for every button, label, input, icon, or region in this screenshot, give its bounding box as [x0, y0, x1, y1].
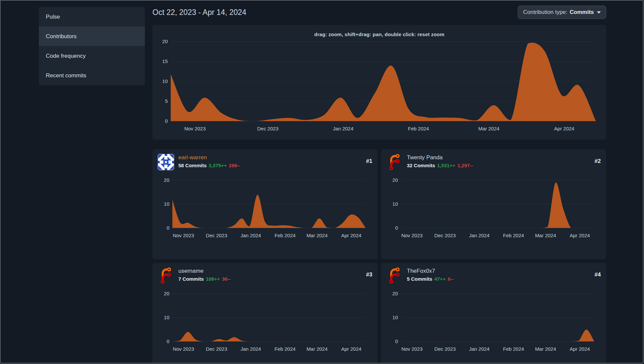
svg-text:Apr 2024: Apr 2024 [570, 346, 590, 352]
svg-text:Dec 2023: Dec 2023 [257, 126, 278, 131]
svg-text:Mar 2024: Mar 2024 [535, 346, 556, 352]
contributor-chart[interactable]: 01020Nov 2023Dec 2023Jan 2024Feb 2024Mar… [386, 289, 601, 356]
contribution-type-value: Commits [570, 9, 594, 16]
svg-text:Feb 2024: Feb 2024 [408, 126, 429, 131]
contributor-card: earl-warren 58 Commits3,375++286-- #1 01… [152, 149, 378, 259]
deletions-count: 1,297-- [457, 163, 473, 168]
contributor-stats: 5 Commits47++6-- [407, 276, 590, 282]
svg-text:0: 0 [167, 338, 169, 344]
chevron-down-icon [597, 11, 601, 14]
contribution-type-dropdown[interactable]: Contribution type: Commits [518, 6, 606, 19]
svg-text:20: 20 [164, 291, 169, 296]
deletions-count: 6-- [448, 276, 454, 282]
contribution-type-label: Contribution type: [523, 9, 567, 16]
svg-text:10: 10 [392, 201, 398, 207]
additions-count: 47++ [434, 276, 446, 282]
contributor-info: TheFox0x7 5 Commits47++6-- [407, 267, 590, 282]
svg-text:Jan 2024: Jan 2024 [469, 346, 490, 352]
svg-text:0: 0 [165, 118, 168, 124]
svg-text:Feb 2024: Feb 2024 [274, 233, 295, 238]
contributor-name: Twenty Panda [407, 154, 443, 161]
app-window: Pulse Contributors Code frequency Recent… [0, 0, 643, 363]
contributor-chart[interactable]: 01020Nov 2023Dec 2023Jan 2024Feb 2024Mar… [158, 176, 372, 243]
contributor-header: username 7 Commits108++36-- #3 [158, 267, 372, 284]
svg-text:0: 0 [395, 225, 398, 231]
contributor-stats: 58 Commits3,375++286-- [178, 163, 362, 168]
svg-text:20: 20 [392, 291, 398, 296]
additions-count: 108++ [206, 276, 220, 282]
overall-commits-card: drag: zoom, shift+drag: pan, double clic… [152, 25, 606, 140]
svg-text:Dec 2023: Dec 2023 [434, 346, 456, 352]
deletions-count: 36-- [222, 276, 231, 282]
svg-text:0: 0 [395, 338, 398, 344]
svg-text:Jan 2024: Jan 2024 [469, 233, 490, 238]
svg-text:Nov 2023: Nov 2023 [184, 126, 206, 131]
additions-count: 1,531++ [437, 163, 455, 168]
svg-text:Jan 2024: Jan 2024 [240, 346, 261, 352]
svg-text:15: 15 [162, 58, 168, 64]
sidebar-item-pulse[interactable]: Pulse [39, 7, 145, 27]
svg-text:5: 5 [165, 98, 168, 104]
forgejo-logo-avatar [386, 267, 403, 284]
contributor-info: username 7 Commits108++36-- [178, 267, 362, 282]
svg-text:Apr 2024: Apr 2024 [554, 126, 574, 131]
svg-text:10: 10 [164, 315, 169, 320]
contributor-chart[interactable]: 01020Nov 2023Dec 2023Jan 2024Feb 2024Mar… [386, 176, 601, 243]
svg-text:Jan 2024: Jan 2024 [240, 233, 261, 238]
svg-text:Feb 2024: Feb 2024 [503, 233, 524, 238]
svg-text:Feb 2024: Feb 2024 [503, 346, 524, 352]
svg-text:Nov 2023: Nov 2023 [401, 233, 422, 238]
main-content: Oct 22, 2023 - Apr 14, 2024 Contribution… [152, 0, 606, 363]
contributor-name-link[interactable]: earl-warren [178, 154, 207, 161]
svg-text:10: 10 [392, 315, 398, 320]
svg-text:Mar 2024: Mar 2024 [307, 346, 327, 352]
commit-count: 5 Commits [407, 276, 432, 282]
contributor-card: TheFox0x7 5 Commits47++6-- #4 01020Nov 2… [381, 263, 606, 363]
svg-text:0: 0 [167, 225, 169, 231]
svg-text:Feb 2024: Feb 2024 [274, 346, 295, 352]
svg-text:Mar 2024: Mar 2024 [478, 126, 499, 131]
sidebar-item-contributors[interactable]: Contributors [39, 27, 145, 46]
additions-count: 3,375++ [209, 163, 227, 168]
contributor-info: earl-warren 58 Commits3,375++286-- [178, 154, 362, 168]
svg-text:Dec 2023: Dec 2023 [206, 346, 227, 352]
contributor-cards-grid: earl-warren 58 Commits3,375++286-- #1 01… [152, 149, 606, 363]
svg-text:Mar 2024: Mar 2024 [535, 233, 556, 238]
svg-text:10: 10 [164, 201, 169, 207]
content-header: Oct 22, 2023 - Apr 14, 2024 Contribution… [152, 5, 606, 20]
sidebar-item-recent-commits[interactable]: Recent commits [39, 66, 145, 85]
svg-text:Mar 2024: Mar 2024 [307, 233, 327, 238]
svg-text:20: 20 [162, 38, 168, 44]
svg-text:20: 20 [392, 177, 398, 183]
svg-text:20: 20 [164, 177, 169, 183]
avatar [158, 154, 174, 170]
rank-badge: #2 [595, 154, 601, 165]
svg-text:Jan 2024: Jan 2024 [333, 126, 353, 131]
overall-commits-chart[interactable]: 05101520Nov 2023Dec 2023Jan 2024Feb 2024… [154, 37, 604, 137]
contributor-stats: 7 Commits108++36-- [178, 276, 362, 282]
svg-text:10: 10 [162, 78, 168, 84]
rank-badge: #1 [366, 154, 372, 165]
svg-text:Apr 2024: Apr 2024 [570, 233, 590, 238]
svg-text:Nov 2023: Nov 2023 [173, 233, 194, 238]
contributor-chart[interactable]: 01020Nov 2023Dec 2023Jan 2024Feb 2024Mar… [158, 289, 372, 356]
rank-badge: #4 [595, 267, 601, 278]
commit-count: 58 Commits [178, 163, 207, 168]
svg-text:Nov 2023: Nov 2023 [401, 346, 422, 352]
contributor-info: Twenty Panda 32 Commits1,531++1,297-- [407, 154, 590, 168]
forgejo-logo-avatar [386, 154, 403, 170]
svg-text:Apr 2024: Apr 2024 [341, 346, 361, 352]
sidebar-item-code-frequency[interactable]: Code frequency [39, 46, 145, 66]
rank-badge: #3 [366, 267, 372, 278]
date-range-title: Oct 22, 2023 - Apr 14, 2024 [152, 8, 246, 17]
chart-zoom-hint: drag: zoom, shift+drag: pan, double clic… [154, 25, 604, 37]
contributor-card: username 7 Commits108++36-- #3 01020Nov … [152, 263, 378, 363]
contributor-name: username [178, 268, 204, 274]
contributor-header: TheFox0x7 5 Commits47++6-- #4 [386, 267, 601, 284]
commit-count: 32 Commits [407, 163, 435, 168]
commit-count: 7 Commits [178, 276, 204, 282]
contributor-stats: 32 Commits1,531++1,297-- [407, 163, 590, 168]
contributor-card: Twenty Panda 32 Commits1,531++1,297-- #2… [381, 149, 606, 259]
svg-text:Apr 2024: Apr 2024 [341, 233, 361, 238]
deletions-count: 286-- [229, 163, 240, 168]
